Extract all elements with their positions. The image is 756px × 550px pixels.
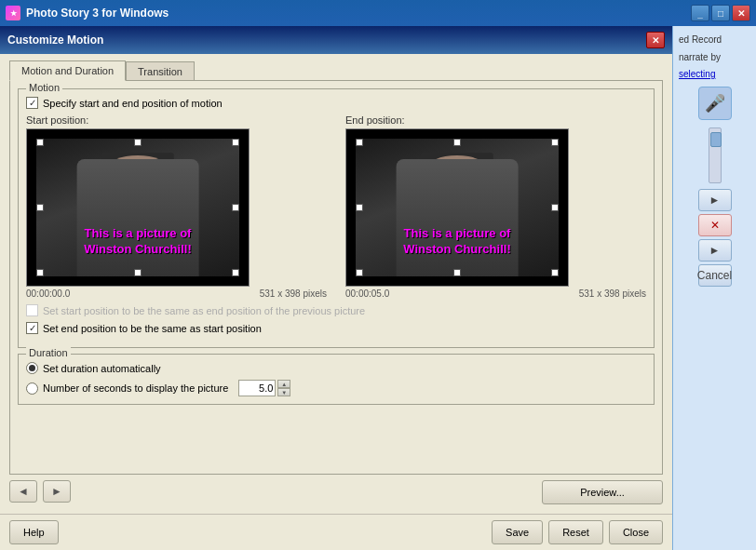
start-label: Start position: bbox=[26, 114, 327, 126]
set-start-checkbox[interactable] bbox=[26, 304, 38, 316]
end-photo-frame[interactable]: This is a picture of Winston Churchill! bbox=[345, 128, 569, 287]
forward-arrow-icon: ► bbox=[709, 194, 721, 207]
specify-motion-row: ✓ Specify start and end position of moti… bbox=[26, 97, 646, 109]
handle-ml-start[interactable] bbox=[36, 204, 44, 211]
handle-ml-end[interactable] bbox=[356, 204, 363, 211]
set-start-row: Set start position to be the same as end… bbox=[26, 304, 646, 316]
end-label: End position: bbox=[345, 114, 646, 126]
start-body bbox=[77, 159, 199, 276]
tab-bar: Motion and Duration Transition bbox=[9, 60, 663, 80]
handle-bl-start[interactable] bbox=[36, 269, 44, 276]
specify-motion-checkbox[interactable]: ✓ bbox=[26, 97, 38, 109]
preview-button[interactable]: Preview... bbox=[542, 480, 663, 504]
sidebar-text2: narrate by bbox=[679, 51, 750, 63]
handle-tm-end[interactable] bbox=[453, 139, 461, 146]
manual-duration-row: Number of seconds to display the picture… bbox=[26, 380, 646, 396]
seconds-input-group: ▲ ▼ bbox=[238, 380, 290, 396]
sidebar-nav-buttons: ► ✕ ► Cancel bbox=[679, 189, 750, 287]
start-photo-info: 00:00:00.0 531 x 398 pixels bbox=[26, 288, 327, 299]
x-icon: ✕ bbox=[710, 219, 720, 232]
end-photo-info: 00:00:05.0 531 x 398 pixels bbox=[345, 288, 646, 299]
sidebar-cancel-button[interactable]: ✕ bbox=[698, 214, 732, 236]
dialog-title-bar: Customize Motion ✕ bbox=[0, 26, 672, 54]
app-title: Photo Story 3 for Windows bbox=[26, 7, 169, 20]
motion-group-label: Motion bbox=[26, 82, 62, 93]
handle-br-start[interactable] bbox=[232, 269, 239, 276]
next-arrow-button[interactable]: ► bbox=[43, 480, 71, 503]
handle-tr-start[interactable] bbox=[232, 139, 239, 146]
start-size: 531 x 398 pixels bbox=[260, 288, 327, 299]
end-position-panel: End position: This is a picture of bbox=[345, 114, 646, 299]
handle-bm-start[interactable] bbox=[134, 269, 142, 276]
start-position-panel: Start position: This is a picture of bbox=[26, 114, 327, 299]
handle-mr-end[interactable] bbox=[551, 204, 559, 211]
manual-duration-label: Number of seconds to display the picture bbox=[43, 382, 228, 394]
sidebar-forward-button[interactable]: ► bbox=[698, 189, 732, 211]
set-start-label: Set start position to be the same as end… bbox=[43, 305, 365, 316]
dialog-body: Motion and Duration Transition Motion ✓ … bbox=[0, 54, 672, 514]
duration-group-label: Duration bbox=[26, 347, 71, 358]
dialog-close-button[interactable]: ✕ bbox=[646, 32, 665, 48]
motion-group: Motion ✓ Specify start and end position … bbox=[18, 88, 655, 348]
close-button[interactable]: Close bbox=[609, 520, 663, 544]
auto-duration-label: Set duration automatically bbox=[43, 363, 161, 374]
set-end-label: Set end position to be the same as start… bbox=[43, 323, 262, 334]
handle-tm-start[interactable] bbox=[134, 139, 142, 146]
duration-group: Duration Set duration automatically Numb… bbox=[18, 354, 655, 405]
prev-arrow-button[interactable]: ◄ bbox=[9, 480, 37, 503]
handle-bl-end[interactable] bbox=[356, 269, 363, 276]
bottom-nav: ◄ ► Preview... bbox=[9, 475, 663, 508]
start-photo-inner: This is a picture of Winston Churchill! bbox=[36, 139, 239, 276]
end-body bbox=[397, 159, 519, 276]
end-photo-inner: This is a picture of Winston Churchill! bbox=[356, 139, 559, 276]
handle-tl-end[interactable] bbox=[356, 139, 363, 146]
sidebar-scrollbar[interactable] bbox=[709, 127, 722, 183]
handle-br-end[interactable] bbox=[551, 269, 559, 276]
help-button[interactable]: Help bbox=[9, 520, 59, 544]
app-title-bar: ★ Photo Story 3 for Windows _ □ ✕ bbox=[0, 0, 756, 26]
title-bar-buttons: _ □ ✕ bbox=[691, 5, 750, 21]
seconds-spinner: ▲ ▼ bbox=[277, 380, 290, 396]
start-photo-frame[interactable]: This is a picture of Winston Churchill! bbox=[26, 128, 250, 287]
start-caption: This is a picture of Winston Churchill! bbox=[36, 226, 239, 258]
spin-up-button[interactable]: ▲ bbox=[277, 380, 290, 388]
dialog-title: Customize Motion bbox=[7, 34, 103, 47]
specify-motion-label: Specify start and end position of motion bbox=[43, 98, 223, 109]
sidebar-link[interactable]: selecting bbox=[679, 69, 750, 79]
cancel-sidebar-button[interactable]: Cancel bbox=[698, 264, 732, 287]
tab-motion-duration[interactable]: Motion and Duration bbox=[9, 60, 126, 81]
tab-content-motion-duration: Motion ✓ Specify start and end position … bbox=[9, 80, 663, 475]
reset-button[interactable]: Reset bbox=[548, 520, 603, 544]
set-end-checkbox[interactable]: ✓ bbox=[26, 322, 38, 334]
auto-duration-radio[interactable] bbox=[26, 362, 38, 374]
end-caption: This is a picture of Winston Churchill! bbox=[356, 226, 559, 258]
app-close-button[interactable]: ✕ bbox=[732, 5, 750, 21]
handle-tr-end[interactable] bbox=[551, 139, 559, 146]
handle-tl-start[interactable] bbox=[36, 139, 44, 146]
end-size: 531 x 398 pixels bbox=[579, 288, 646, 299]
auto-duration-row: Set duration automatically bbox=[26, 362, 646, 374]
microphone-icon[interactable]: 🎤 bbox=[698, 87, 732, 120]
spin-down-button[interactable]: ▼ bbox=[277, 388, 290, 396]
scroll-thumb[interactable] bbox=[710, 132, 722, 147]
customize-motion-dialog: Customize Motion ✕ Motion and Duration T… bbox=[0, 26, 672, 550]
next-arrow-icon: ► bbox=[51, 485, 62, 498]
sidebar-text1: ed Record bbox=[679, 34, 750, 46]
end-time: 00:00:05.0 bbox=[345, 288, 389, 299]
save-button[interactable]: Save bbox=[492, 520, 543, 544]
bottom-buttons: Help Save Reset Close bbox=[0, 514, 672, 550]
tab-transition[interactable]: Transition bbox=[126, 61, 195, 81]
handle-bm-end[interactable] bbox=[453, 269, 461, 276]
handle-mr-start[interactable] bbox=[232, 204, 239, 211]
seconds-input[interactable] bbox=[238, 380, 276, 396]
right-sidebar: ed Record narrate by selecting 🎤 ► ✕ ► C… bbox=[672, 26, 756, 550]
sidebar-scroll-button[interactable]: ► bbox=[698, 239, 732, 262]
minimize-button[interactable]: _ bbox=[691, 5, 709, 21]
photo-panels: Start position: This is a picture of bbox=[26, 114, 646, 299]
start-time: 00:00:00.0 bbox=[26, 288, 70, 299]
app-icon: ★ bbox=[6, 6, 20, 20]
maximize-button[interactable]: □ bbox=[711, 5, 730, 21]
prev-arrow-icon: ◄ bbox=[18, 485, 29, 498]
scroll-right-icon: ► bbox=[709, 244, 721, 257]
manual-duration-radio[interactable] bbox=[26, 382, 38, 395]
